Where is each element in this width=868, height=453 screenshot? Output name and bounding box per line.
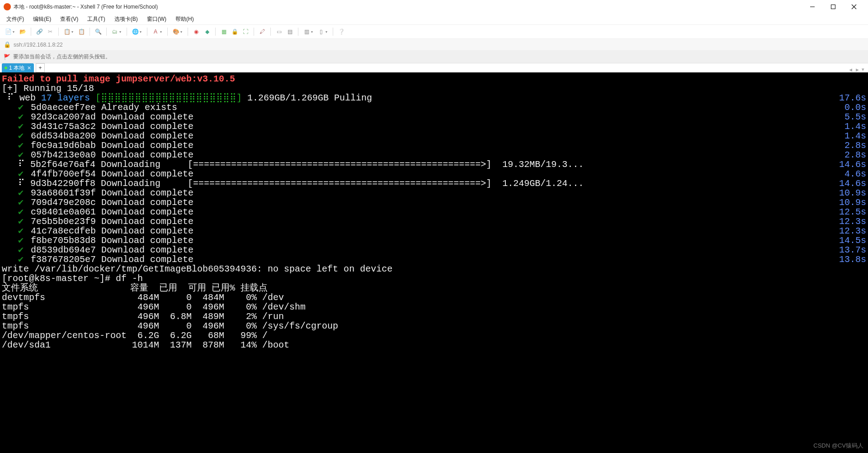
hint-bar: 🚩 要添加当前会话，点击左侧的箭头按钮。 bbox=[0, 51, 868, 63]
svg-rect-1 bbox=[831, 5, 835, 9]
copy-icon[interactable]: 📋 bbox=[62, 27, 71, 36]
toolbar: 📄▾ 📂 🔗 ✂ 📋▾ 📋 🔍 🗂▾ 🌐▾ A▾ 🎨▾ ◉ ◆ ▦ 🔒 ⛶ 🖍 … bbox=[0, 24, 868, 39]
menu-file[interactable]: 文件(F) bbox=[3, 14, 28, 24]
terminal-layer-line: ✔ 7e5b5b0e23f9 Download complete12.3s bbox=[2, 217, 866, 226]
ssh-lock-icon: 🔒 bbox=[4, 41, 11, 48]
menu-tools[interactable]: 工具(T) bbox=[84, 14, 108, 24]
find-icon[interactable]: 🔍 bbox=[94, 27, 103, 36]
terminal-layer-line: ✔ f8be705b83d8 Download complete14.5s bbox=[2, 236, 866, 245]
address-text[interactable]: ssh://192.168.1.8:22 bbox=[14, 42, 63, 48]
flag-icon: 🚩 bbox=[4, 54, 10, 60]
font-icon[interactable]: A bbox=[151, 27, 160, 36]
highlight-icon[interactable]: 🖍 bbox=[258, 27, 267, 36]
tabs-bar: 1 本地 ✕ + ◄ ► ▾ bbox=[0, 63, 868, 74]
tunneling-icon[interactable]: ▤ bbox=[285, 27, 294, 36]
tile-vertical-icon[interactable]: ▯ bbox=[316, 27, 326, 36]
fullscreen-icon[interactable]: ⛶ bbox=[241, 27, 250, 36]
df-header: 文件系统 容量 已用 可用 已用% 挂载点 bbox=[2, 283, 866, 293]
menu-tabs[interactable]: 选项卡(B) bbox=[111, 14, 142, 24]
terminal-layer-line: ✔ 93a68601f39f Download complete10.9s bbox=[2, 188, 866, 198]
app-icon bbox=[4, 3, 11, 10]
terminal-layer-line: ⠏ 5b2f64e76af4 Downloading [============… bbox=[2, 160, 866, 169]
terminal-layer-line: ✔ 709d479e208c Download complete10.9s bbox=[2, 198, 866, 207]
disconnect-icon[interactable]: ✂ bbox=[46, 27, 55, 36]
df-row: tmpfs 496M 0 496M 0% /sys/fs/cgroup bbox=[2, 321, 866, 331]
color-scheme-icon[interactable]: 🎨 bbox=[171, 27, 180, 36]
watermark: CSDN @CV猿码人 bbox=[813, 441, 863, 450]
tab-label: 1 本地 bbox=[9, 64, 24, 72]
paste-icon[interactable]: 📋 bbox=[77, 27, 86, 36]
title-bar: 本地 - root@k8s-master:~ - Xshell 7 (Free … bbox=[0, 0, 868, 14]
menu-window[interactable]: 窗口(W) bbox=[143, 14, 170, 24]
tab-scroll-right-icon[interactable]: ► bbox=[855, 67, 860, 72]
menu-bar: 文件(F) 编辑(E) 查看(V) 工具(T) 选项卡(B) 窗口(W) 帮助(… bbox=[0, 14, 868, 24]
xagent-icon[interactable]: ◉ bbox=[192, 27, 201, 36]
maximize-button[interactable] bbox=[823, 0, 844, 14]
lock-icon[interactable]: 🔒 bbox=[230, 27, 239, 36]
tab-status-dot bbox=[5, 67, 7, 69]
terminal-write-error: write /var/lib/docker/tmp/GetImageBlob60… bbox=[2, 264, 866, 274]
terminal-layer-line: ✔ 057b4213e0a0 Download complete2.8s bbox=[2, 150, 866, 160]
compose-bar-icon[interactable]: ▭ bbox=[274, 27, 283, 36]
terminal-prompt-line: [root@k8s-master ~]# df -h bbox=[2, 274, 866, 283]
terminal-error-line: Failed to pull image jumpserver/web:v3.1… bbox=[2, 74, 866, 84]
df-row: /dev/mapper/centos-root 6.2G 6.2G 68M 99… bbox=[2, 331, 866, 340]
terminal-layer-line: ⠏ 9d3b42290ff8 Downloading [============… bbox=[2, 179, 866, 188]
close-button[interactable] bbox=[844, 0, 864, 14]
terminal-layer-line: ✔ 6dd534b8a200 Download complete1.4s bbox=[2, 131, 866, 141]
terminal-layer-line: ✔ 41c7a8ecdfeb Download complete12.3s bbox=[2, 226, 866, 236]
df-row: devtmpfs 484M 0 484M 0% /dev bbox=[2, 293, 866, 302]
terminal-layer-line: ✔ d8539db694e7 Download complete13.7s bbox=[2, 245, 866, 255]
tile-horizontal-icon[interactable]: ▥ bbox=[302, 27, 311, 36]
terminal-running-line: [+] Running 15/18 bbox=[2, 84, 866, 93]
reconnect-icon[interactable]: 🔗 bbox=[35, 27, 44, 36]
tab-list-icon[interactable]: ▾ bbox=[862, 67, 864, 72]
df-row: /dev/sda1 1014M 137M 878M 14% /boot bbox=[2, 340, 866, 350]
help-icon[interactable]: ❔ bbox=[337, 27, 346, 36]
terminal-layer-line: ✔ 4f4fb700ef54 Download complete4.6s bbox=[2, 169, 866, 179]
minimize-button[interactable] bbox=[802, 0, 823, 14]
address-bar[interactable]: 🔒 ssh://192.168.1.8:22 bbox=[0, 39, 868, 51]
new-session-icon[interactable]: 📄 bbox=[4, 27, 13, 36]
tab-close-icon[interactable]: ✕ bbox=[27, 65, 31, 71]
hint-text: 要添加当前会话，点击左侧的箭头按钮。 bbox=[13, 53, 111, 61]
tab-scroll-left-icon[interactable]: ◄ bbox=[848, 67, 853, 72]
terminal-layer-line: ✔ 92d3ca2007ad Download complete5.5s bbox=[2, 112, 866, 122]
terminal-output[interactable]: Failed to pull image jumpserver/web:v3.1… bbox=[0, 74, 868, 453]
properties-icon[interactable]: 🗂 bbox=[110, 27, 119, 36]
session-tab[interactable]: 1 本地 ✕ bbox=[2, 63, 34, 72]
terminal-layer-line: ✔ 5d0aeceef7ee Already exists0.0s bbox=[2, 103, 866, 112]
window-title: 本地 - root@k8s-master:~ - Xshell 7 (Free … bbox=[14, 3, 802, 11]
script-icon[interactable]: ▦ bbox=[219, 27, 228, 36]
open-session-icon[interactable]: 📂 bbox=[18, 27, 27, 36]
menu-help[interactable]: 帮助(H) bbox=[172, 14, 198, 24]
terminal-layer-line: ✔ 3d431c75a3c2 Download complete1.4s bbox=[2, 122, 866, 131]
terminal-web-summary: ⠏ web 17 layers [⣿⣿⣿⣿⣿⣿⣿⣿⣿⣿⣿⣿⣿⣿⣿⣿⣿⣿⣿⣿] 1… bbox=[2, 93, 866, 103]
xftp-icon[interactable]: ◆ bbox=[203, 27, 212, 36]
menu-edit[interactable]: 编辑(E) bbox=[29, 14, 55, 24]
globe-icon[interactable]: 🌐 bbox=[131, 27, 140, 36]
terminal-layer-line: ✔ f0c9a19d6bab Download complete2.8s bbox=[2, 141, 866, 150]
terminal-layer-line: ✔ c98401e0a061 Download complete12.5s bbox=[2, 207, 866, 217]
menu-view[interactable]: 查看(V) bbox=[57, 14, 82, 24]
df-row: tmpfs 496M 0 496M 0% /dev/shm bbox=[2, 302, 866, 312]
new-tab-button[interactable]: + bbox=[36, 63, 45, 72]
terminal-layer-line: ✔ f387678205e7 Download complete13.8s bbox=[2, 255, 866, 264]
df-row: tmpfs 496M 6.8M 489M 2% /run bbox=[2, 312, 866, 321]
